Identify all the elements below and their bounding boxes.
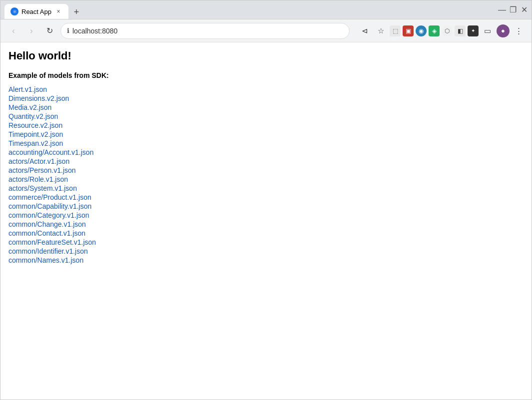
profile-avatar[interactable]: ● — [497, 24, 510, 37]
list-item: commerce/Product.v1.json — [8, 193, 524, 201]
ext-icon-3[interactable]: ◉ — [416, 25, 427, 36]
page-heading: Hello world! — [8, 49, 524, 62]
window-controls: — ❐ ✕ — [499, 6, 528, 13]
share-icon[interactable]: ⊲ — [358, 24, 372, 38]
list-item: Resource.v2.json — [8, 121, 524, 129]
list-item: Media.v2.json — [8, 103, 524, 111]
list-item: common/FeatureSet.v1.json — [8, 238, 524, 246]
tab-title: React App — [21, 8, 51, 15]
sdk-link[interactable]: common/FeatureSet.v1.json — [8, 238, 96, 246]
sdk-link[interactable]: Resource.v2.json — [8, 121, 62, 129]
lock-icon: ℹ — [67, 27, 69, 34]
active-tab[interactable]: React App × — [4, 4, 68, 19]
address-text: localhost:8080 — [72, 27, 343, 35]
forward-button[interactable]: › — [24, 24, 38, 38]
ext-icon-2[interactable]: ▣ — [403, 25, 414, 36]
page-content: Hello world! Example of models from SDK:… — [0, 42, 532, 400]
sdk-link[interactable]: Dimensions.v2.json — [8, 94, 69, 102]
sdk-link[interactable]: actors/Actor.v1.json — [8, 157, 69, 165]
sdk-link[interactable]: common/Names.v1.json — [8, 256, 83, 264]
sdk-link[interactable]: accounting/Account.v1.json — [8, 148, 93, 156]
list-item: actors/Actor.v1.json — [8, 157, 524, 165]
sdk-links-list: Alert.v1.jsonDimensions.v2.jsonMedia.v2.… — [8, 85, 524, 264]
list-item: Alert.v1.json — [8, 85, 524, 93]
new-tab-button[interactable]: + — [69, 5, 83, 19]
bookmark-icon[interactable]: ☆ — [374, 24, 388, 38]
sdk-link[interactable]: commerce/Product.v1.json — [8, 193, 91, 201]
list-item: actors/System.v1.json — [8, 184, 524, 192]
sdk-link[interactable]: common/Change.v1.json — [8, 220, 86, 228]
sdk-link[interactable]: Quantity.v2.json — [8, 112, 58, 120]
sdk-link[interactable]: Timespan.v2.json — [8, 139, 63, 147]
sdk-link[interactable]: common/Identifier.v1.json — [8, 247, 88, 255]
list-item: common/Contact.v1.json — [8, 229, 524, 237]
list-item: common/Names.v1.json — [8, 256, 524, 264]
ext-icon-7[interactable]: ✦ — [468, 25, 479, 36]
back-button[interactable]: ‹ — [6, 24, 20, 38]
list-item: Timepoint.v2.json — [8, 130, 524, 138]
sidebar-toggle-icon[interactable]: ▭ — [481, 24, 495, 38]
more-options-icon[interactable]: ⋮ — [512, 24, 526, 38]
address-bar-input[interactable]: ℹ localhost:8080 — [60, 23, 350, 39]
browser-toolbar: ⊲ ☆ ⬚ ▣ ◉ ◈ ⬡ ◧ ✦ ▭ ● ⋮ — [358, 24, 526, 38]
sdk-link[interactable]: Alert.v1.json — [8, 85, 47, 93]
sdk-link[interactable]: common/Contact.v1.json — [8, 229, 85, 237]
maximize-button[interactable]: ❐ — [510, 6, 517, 13]
minimize-button[interactable]: — — [499, 6, 506, 13]
sdk-link[interactable]: common/Category.v1.json — [8, 211, 89, 219]
tab-close-button[interactable]: × — [54, 7, 62, 15]
ext-icon-5[interactable]: ⬡ — [442, 25, 453, 36]
ext-icon-6[interactable]: ◧ — [455, 25, 466, 36]
tab-area: React App × + — [4, 0, 83, 19]
list-item: common/Category.v1.json — [8, 211, 524, 219]
sdk-link[interactable]: actors/Role.v1.json — [8, 175, 68, 183]
title-bar: React App × + — ❐ ✕ — [0, 0, 532, 19]
close-button[interactable]: ✕ — [521, 6, 528, 13]
list-item: common/Identifier.v1.json — [8, 247, 524, 255]
list-item: Quantity.v2.json — [8, 112, 524, 120]
list-item: Dimensions.v2.json — [8, 94, 524, 102]
browser-window: React App × + — ❐ ✕ ‹ › ↻ ℹ localhost:80… — [0, 0, 532, 400]
sdk-link[interactable]: Media.v2.json — [8, 103, 51, 111]
list-item: common/Capability.v1.json — [8, 202, 524, 210]
ext-icon-1[interactable]: ⬚ — [390, 25, 401, 36]
list-item: common/Change.v1.json — [8, 220, 524, 228]
sdk-link[interactable]: Timepoint.v2.json — [8, 130, 63, 138]
list-item: actors/Person.v1.json — [8, 166, 524, 174]
sdk-link[interactable]: common/Capability.v1.json — [8, 202, 91, 210]
list-item: accounting/Account.v1.json — [8, 148, 524, 156]
list-item: Timespan.v2.json — [8, 139, 524, 147]
refresh-button[interactable]: ↻ — [42, 24, 56, 38]
address-bar: ‹ › ↻ ℹ localhost:8080 ⊲ ☆ ⬚ ▣ ◉ ◈ ⬡ ◧ ✦… — [0, 19, 532, 42]
sdk-link[interactable]: actors/Person.v1.json — [8, 166, 76, 174]
sdk-link[interactable]: actors/System.v1.json — [8, 184, 77, 192]
tab-favicon — [10, 7, 18, 15]
sdk-label: Example of models from SDK: — [8, 71, 524, 79]
list-item: actors/Role.v1.json — [8, 175, 524, 183]
ext-icon-4[interactable]: ◈ — [429, 25, 440, 36]
